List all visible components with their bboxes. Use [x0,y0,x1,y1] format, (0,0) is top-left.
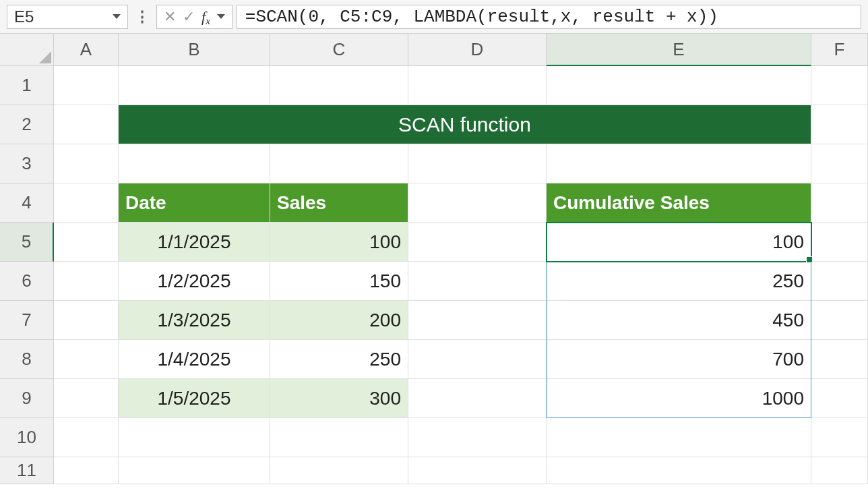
cell-d4[interactable] [408,183,547,223]
cell-b8[interactable]: 1/4/2025 [119,340,270,379]
cell-b1[interactable] [119,66,270,105]
col-header-d[interactable]: D [408,34,547,66]
cell-b5[interactable]: 1/1/2025 [119,223,270,262]
col-header-b[interactable]: B [119,34,270,66]
cancel-icon[interactable]: ✕ [164,8,176,26]
chevron-down-icon[interactable] [113,14,121,19]
cell-reference: E5 [14,7,113,26]
cell-d3[interactable] [408,144,547,183]
col-header-a[interactable]: A [54,34,119,66]
cell-e3[interactable] [547,144,811,183]
cell-a8[interactable] [54,340,119,379]
cell-f6[interactable] [811,262,868,301]
cells-area[interactable]: SCAN function Date Sales Cumulative Sale… [54,66,868,491]
formula-input[interactable]: =SCAN(0, C5:C9, LAMBDA(result,x, result … [237,5,861,29]
cell-e9[interactable]: 1000 [547,379,811,418]
cell-a10[interactable] [54,418,119,457]
row-headers: 1 2 3 4 5 6 7 8 9 10 11 [0,66,54,491]
cell-e6[interactable]: 250 [547,262,811,301]
cell-c6[interactable]: 150 [270,262,408,301]
cell-a7[interactable] [54,301,119,340]
cell-f11[interactable] [811,457,868,484]
divider-icon: ⋮ [132,8,152,26]
cell-c7[interactable]: 200 [270,301,408,340]
cell-e11[interactable] [547,457,811,484]
cell-b10[interactable] [119,418,270,457]
cell-f4[interactable] [811,183,868,223]
cell-a5[interactable] [54,223,119,262]
cell-e1[interactable] [547,66,811,105]
cell-f2[interactable] [811,105,868,144]
formula-controls: ✕ ✓ fx [156,5,232,29]
cell-e8[interactable]: 700 [547,340,811,379]
cell-f3[interactable] [811,144,868,183]
cell-a11[interactable] [54,457,119,484]
col-header-f[interactable]: F [811,34,868,66]
cell-d10[interactable] [408,418,547,457]
chevron-down-icon[interactable] [217,14,225,19]
cell-e5[interactable]: 100 [547,223,811,262]
cell-d8[interactable] [408,340,547,379]
col-header-c[interactable]: C [270,34,408,66]
cell-a3[interactable] [54,144,119,183]
header-date[interactable]: Date [119,183,270,223]
column-headers: A B C D E F [54,34,868,66]
header-sales[interactable]: Sales [270,183,408,223]
title-cell[interactable]: SCAN function [119,105,811,144]
row-header-4[interactable]: 4 [0,183,54,223]
cell-a2[interactable] [54,105,119,144]
row-header-5[interactable]: 5 [0,223,54,262]
cell-f7[interactable] [811,301,868,340]
header-cumulative[interactable]: Cumulative Sales [547,183,811,223]
cell-a4[interactable] [54,183,119,223]
accept-icon[interactable]: ✓ [183,8,195,26]
cell-f1[interactable] [811,66,868,105]
cell-f10[interactable] [811,418,868,457]
fx-icon[interactable]: fx [202,8,210,26]
cell-c9[interactable]: 300 [270,379,408,418]
name-box[interactable]: E5 [7,5,128,29]
select-all-corner[interactable] [0,34,54,66]
row-header-2[interactable]: 2 [0,105,54,144]
cell-f5[interactable] [811,223,868,262]
row-header-11[interactable]: 11 [0,457,54,484]
cell-c8[interactable]: 250 [270,340,408,379]
cell-c3[interactable] [270,144,408,183]
cell-a6[interactable] [54,262,119,301]
row-header-9[interactable]: 9 [0,379,54,418]
cell-c1[interactable] [270,66,408,105]
cell-a9[interactable] [54,379,119,418]
row-header-1[interactable]: 1 [0,66,54,105]
cell-d9[interactable] [408,379,547,418]
cell-c5[interactable]: 100 [270,223,408,262]
row-header-8[interactable]: 8 [0,340,54,379]
cell-f8[interactable] [811,340,868,379]
cell-b7[interactable]: 1/3/2025 [119,301,270,340]
cell-b3[interactable] [119,144,270,183]
cell-e7[interactable]: 450 [547,301,811,340]
cell-e10[interactable] [547,418,811,457]
row-header-6[interactable]: 6 [0,262,54,301]
formula-text: =SCAN(0, C5:C9, LAMBDA(result,x, result … [245,7,718,27]
cell-d6[interactable] [408,262,547,301]
row-header-3[interactable]: 3 [0,144,54,183]
cell-f9[interactable] [811,379,868,418]
cell-c10[interactable] [270,418,408,457]
row-header-10[interactable]: 10 [0,418,54,457]
formula-bar: E5 ⋮ ✕ ✓ fx =SCAN(0, C5:C9, LAMBDA(resul… [0,0,868,34]
cell-d11[interactable] [408,457,547,484]
cell-b9[interactable]: 1/5/2025 [119,379,270,418]
cell-d1[interactable] [408,66,547,105]
cell-d7[interactable] [408,301,547,340]
spreadsheet-grid: A B C D E F 1 2 3 4 5 6 7 8 9 10 11 [0,34,868,491]
cell-a1[interactable] [54,66,119,105]
cell-b11[interactable] [119,457,270,484]
cell-c11[interactable] [270,457,408,484]
row-header-7[interactable]: 7 [0,301,54,340]
cell-d5[interactable] [408,223,547,262]
col-header-e[interactable]: E [547,34,811,66]
cell-b6[interactable]: 1/2/2025 [119,262,270,301]
